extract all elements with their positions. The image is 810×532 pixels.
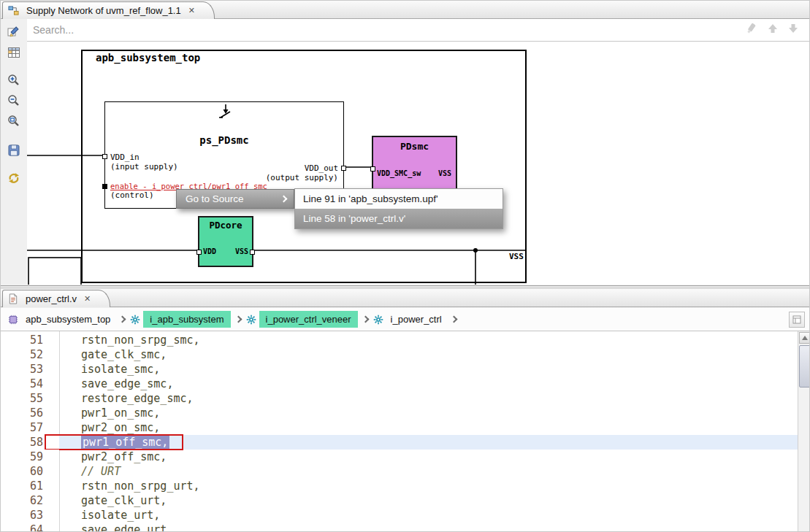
- breadcrumb-item-i-power-ctrl[interactable]: i_power_ctrl: [386, 311, 446, 328]
- line-number: 57: [1, 420, 59, 435]
- module-icon: [8, 315, 18, 325]
- refresh-button[interactable]: [7, 171, 21, 185]
- zoom-fit-icon: [7, 115, 20, 128]
- submenu-item-line-58-power-ctrl[interactable]: Line 58 in 'power_ctrl.v': [295, 209, 503, 228]
- code-text: pwr2_on_smc,: [59, 420, 160, 435]
- arrow-down-icon[interactable]: [787, 23, 799, 37]
- edit-icon: [7, 26, 20, 39]
- code-line[interactable]: 52 gate_clk_smc,: [1, 347, 798, 362]
- module-label: apb_subsystem_top: [96, 52, 200, 63]
- tab-supply-network[interactable]: Supply Network of uvm_ref_flow_1.1 ✕: [2, 1, 215, 19]
- source-editor-panel: power_ctrl.v ✕ apb_subsystem_top: [1, 289, 810, 532]
- pdsmc-port-vss: VSS: [438, 169, 451, 177]
- menu-item-go-to-source[interactable]: Go to Source: [176, 189, 294, 209]
- submenu-item-line-91-upf[interactable]: Line 91 in 'apb_subsystem.upf': [295, 189, 503, 209]
- breadcrumb-item-i-apb-subsystem[interactable]: i_apb_subsystem: [143, 311, 230, 328]
- zoom-out-button[interactable]: [7, 93, 21, 108]
- line-number: 61: [1, 479, 59, 493]
- code-line[interactable]: 57 pwr2_on_smc,: [1, 420, 798, 435]
- code-line[interactable]: 54 save_edge_smc,: [1, 377, 798, 391]
- highlighter-icon[interactable]: [745, 22, 758, 38]
- search-placeholder: Search...: [27, 24, 745, 36]
- line-number: 56: [1, 406, 59, 420]
- chevron-right-icon: [234, 316, 242, 323]
- close-icon[interactable]: ✕: [188, 6, 195, 15]
- code-text: gate_clk_urt,: [59, 493, 167, 508]
- supply-network-tab-icon: [8, 5, 19, 16]
- supply-network-panel: Supply Network of uvm_ref_flow_1.1 ✕ Sea…: [1, 1, 810, 286]
- left-toolbar: [1, 19, 27, 285]
- bottom-tab-bar: power_ctrl.v ✕: [1, 289, 810, 307]
- line-number: 53: [1, 362, 59, 377]
- code-text: gate_clk_smc,: [59, 347, 167, 362]
- pdcore-port-vss: VSS: [235, 247, 248, 255]
- scroll-thumb[interactable]: [799, 345, 810, 388]
- diagram-canvas[interactable]: apb_subsystem_top ps_PDsmc VDD_in (input…: [27, 42, 809, 285]
- pdcore-title: PDcore: [199, 220, 252, 231]
- power-switch-title: ps_PDsmc: [105, 134, 343, 146]
- go-to-source-label: Go to Source: [186, 193, 244, 204]
- pdcore-port-vdd: VDD: [203, 247, 216, 255]
- line-number: 63: [1, 508, 59, 523]
- code-line[interactable]: 60 // URT: [1, 464, 798, 479]
- chevron-right-icon: [119, 316, 126, 323]
- port-vdd-in: VDD_in: [110, 153, 140, 162]
- breadcrumb-toggle-button[interactable]: [789, 312, 805, 328]
- port-enable-desc: (control): [110, 190, 154, 200]
- tab-power-ctrl-v[interactable]: power_ctrl.v ✕: [2, 290, 110, 307]
- breadcrumb-item-i-power-ctrl-veneer[interactable]: i_power_ctrl_veneer: [259, 311, 358, 328]
- line-number: 62: [1, 493, 59, 508]
- save-button[interactable]: [7, 143, 21, 158]
- code-line[interactable]: 62 gate_clk_urt,: [1, 493, 798, 508]
- line-number: 54: [1, 377, 59, 391]
- vss-net-label: VSS: [509, 252, 524, 261]
- line-number: 55: [1, 391, 59, 406]
- code-text: restore_edge_smc,: [59, 391, 194, 406]
- line-number: 58: [1, 435, 59, 450]
- selected-text: pwr1_off_smc,: [81, 435, 169, 450]
- pdsmc-port-vdd-smc-sw: VDD_SMC_sw: [377, 169, 421, 177]
- breadcrumb: apb_subsystem_top: [1, 308, 810, 331]
- pdsmc-title: PDsmc: [373, 141, 456, 152]
- power-domain-pdsmc[interactable]: PDsmc VDD_SMC_sw VSS: [372, 136, 457, 190]
- code-line-selected[interactable]: 58 pwr1_off_smc,: [1, 435, 798, 450]
- line-number: 51: [1, 333, 59, 347]
- code-line[interactable]: 63 isolate_urt,: [1, 508, 798, 523]
- arrow-up-icon[interactable]: [767, 23, 779, 37]
- gear-icon: [130, 315, 140, 325]
- code-text: pwr2_off_smc,: [59, 450, 167, 464]
- breadcrumb-item-apb-subsystem-top[interactable]: apb_subsystem_top: [21, 311, 115, 328]
- code-line[interactable]: 56 pwr1_on_smc,: [1, 406, 798, 420]
- port-vdd-out-desc: (output supply): [266, 173, 338, 182]
- application-window: Supply Network of uvm_ref_flow_1.1 ✕ Sea…: [0, 0, 810, 532]
- code-editor[interactable]: 51 rstn_non_srpg_smc, 52 gate_clk_smc, 5…: [1, 331, 810, 532]
- grid-view-button[interactable]: [7, 45, 21, 60]
- pdcore-left-port-marker: [196, 250, 202, 255]
- code-line[interactable]: 53 isolate_smc,: [1, 362, 798, 377]
- code-text: isolate_urt,: [59, 508, 160, 523]
- search-input[interactable]: Search...: [27, 19, 809, 42]
- power-domain-pdcore[interactable]: PDcore VDD VSS: [198, 216, 253, 267]
- code-line[interactable]: 59 pwr2_off_smc,: [1, 450, 798, 464]
- scrollbar[interactable]: [798, 331, 810, 532]
- submenu-arrow-icon: [280, 196, 288, 203]
- gear-icon: [373, 315, 383, 325]
- zoom-out-icon: [7, 94, 20, 107]
- line-number: 52: [1, 347, 59, 362]
- tab-title: Supply Network of uvm_ref_flow_1.1: [26, 5, 181, 16]
- code-line[interactable]: 55 restore_edge_smc,: [1, 391, 798, 406]
- zoom-in-button[interactable]: [7, 73, 21, 88]
- zoom-in-icon: [7, 74, 20, 87]
- scroll-up-button[interactable]: [799, 332, 810, 344]
- zoom-fit-button[interactable]: [7, 114, 21, 128]
- code-line[interactable]: 64 save_edge_urt,: [1, 523, 798, 532]
- tab-title: power_ctrl.v: [26, 293, 77, 304]
- enable-port-marker: [102, 184, 107, 189]
- chevron-right-icon: [362, 316, 369, 323]
- code-line[interactable]: 61 rstn_non_srpg_urt,: [1, 479, 798, 493]
- line-number: 64: [1, 523, 59, 532]
- code-line[interactable]: 51 rstn_non_srpg_smc,: [1, 333, 798, 347]
- code-text: save_edge_smc,: [59, 377, 173, 391]
- close-icon[interactable]: ✕: [84, 294, 91, 304]
- edit-mode-button[interactable]: [7, 25, 21, 39]
